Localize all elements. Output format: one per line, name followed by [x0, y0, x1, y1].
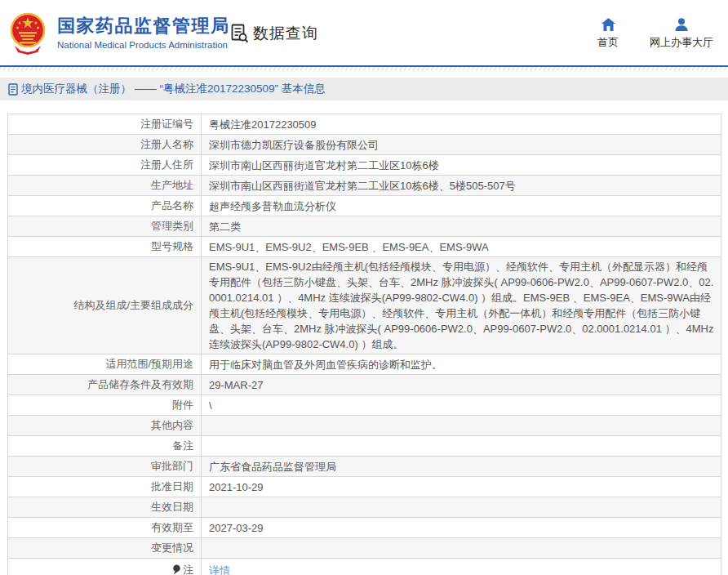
- row-value: 29-MAR-27: [202, 375, 721, 395]
- row-value: 超声经颅多普勒血流分析仪: [202, 196, 721, 216]
- nav-online-service-hall[interactable]: 网上办事大厅: [650, 18, 713, 50]
- row-value: 详情: [202, 559, 721, 575]
- row-value: 粤械注准20172230509: [202, 114, 721, 135]
- breadcrumb-text: 境内医疗器械（注册） —— “粤械注准20172230509” 基本信息: [21, 82, 326, 96]
- row-value: [202, 436, 721, 457]
- row-label: 注册证编号: [8, 114, 202, 135]
- org-name-en: National Medical Products Administration: [57, 40, 230, 50]
- table-row: 有效期至2027-03-29: [8, 518, 721, 538]
- row-value: \: [202, 395, 721, 416]
- site-header: 国家药品监督管理局 National Medical Products Admi…: [0, 0, 728, 67]
- row-label: 产品储存条件及有效期: [8, 375, 202, 395]
- row-label: 注册人名称: [8, 135, 202, 155]
- nav-online-service-hall-label: 网上办事大厅: [650, 35, 713, 50]
- row-value: 2027-03-29: [202, 518, 721, 538]
- document-icon: [8, 83, 18, 96]
- header-hatch-strip: [0, 67, 728, 71]
- site-title-block: 国家药品监督管理局 National Medical Products Admi…: [57, 16, 230, 50]
- data-query-label: 数据查询: [253, 23, 318, 44]
- row-value: [202, 416, 721, 436]
- table-row: 注详情: [8, 559, 721, 575]
- detail-link[interactable]: 详情: [209, 564, 230, 575]
- page: 国家药品监督管理局 National Medical Products Admi…: [0, 0, 728, 575]
- table-row: 注册人名称深圳市德力凯医疗设备股份有限公司: [8, 135, 721, 155]
- search-document-icon: [231, 24, 249, 43]
- row-label: 管理类别: [8, 216, 202, 237]
- nav-home-label: 首页: [597, 35, 619, 50]
- table-row: 其他内容: [8, 416, 721, 436]
- row-label: 备注: [8, 436, 202, 457]
- row-value: 用于临床对脑血管及外周血管疾病的诊断和监护。: [202, 354, 721, 375]
- table-row: 注册证编号粤械注准20172230509: [8, 114, 721, 135]
- note-icon: [172, 564, 181, 575]
- row-label: 结构及组成/主要组成成分: [8, 257, 202, 354]
- table-row: 批准日期2021-10-29: [8, 477, 721, 497]
- nav-home[interactable]: 首页: [597, 18, 619, 50]
- table-row: 型号规格EMS-9U1、EMS-9U2、EMS-9EB 、EMS-9EA、EMS…: [8, 237, 721, 257]
- row-label: 审批部门: [8, 457, 202, 477]
- row-value: 深圳市南山区西丽街道官龙村第二工业区10栋6楼: [202, 155, 721, 176]
- national-emblem-logo: [10, 10, 46, 56]
- row-value: 深圳市南山区西丽街道官龙村第二工业区10栋6楼、5楼505-507号: [202, 176, 721, 196]
- row-value: 广东省食品药品监督管理局: [202, 457, 721, 477]
- row-label: 生产地址: [8, 176, 202, 196]
- org-name-cn: 国家药品监督管理局: [57, 16, 230, 37]
- row-value: 2021-10-29: [202, 477, 721, 497]
- row-label: 适用范围/预期用途: [8, 354, 202, 375]
- table-row: 生效日期: [8, 497, 721, 518]
- table-row: 备注: [8, 436, 721, 457]
- table-row: 注册人住所深圳市南山区西丽街道官龙村第二工业区10栋6楼: [8, 155, 721, 176]
- table-row: 结构及组成/主要组成成分EMS-9U1、EMS-9U2由经颅主机(包括经颅模块、…: [8, 257, 721, 354]
- row-label: 有效期至: [8, 518, 202, 538]
- table-row: 附件\: [8, 395, 721, 416]
- table-row: 生产地址深圳市南山区西丽街道官龙村第二工业区10栋6楼、5楼505-507号: [8, 176, 721, 196]
- home-icon: [601, 18, 615, 31]
- row-label: 型号规格: [8, 237, 202, 257]
- row-value: 深圳市德力凯医疗设备股份有限公司: [202, 135, 721, 155]
- row-label: 产品名称: [8, 196, 202, 216]
- row-value: [202, 538, 721, 559]
- row-value: EMS-9U1、EMS-9U2、EMS-9EB 、EMS-9EA、EMS-9WA: [202, 237, 721, 257]
- table-row: 审批部门广东省食品药品监督管理局: [8, 457, 721, 477]
- table-row: 适用范围/预期用途用于临床对脑血管及外周血管疾病的诊断和监护。: [8, 354, 721, 375]
- row-label: 其他内容: [8, 416, 202, 436]
- data-query-tab[interactable]: 数据查询: [231, 23, 318, 44]
- table-row: 变更情况: [8, 538, 721, 559]
- registration-info-table: 注册证编号粤械注准20172230509注册人名称深圳市德力凯医疗设备股份有限公…: [7, 114, 721, 575]
- row-value: [202, 497, 721, 518]
- person-icon: [675, 18, 688, 31]
- row-value: EMS-9U1、EMS-9U2由经颅主机(包括经颅模块、专用电源）、经颅软件、专…: [202, 257, 721, 354]
- row-label: 批准日期: [8, 477, 202, 497]
- row-label: 变更情况: [8, 538, 202, 559]
- table-row: 产品名称超声经颅多普勒血流分析仪: [8, 196, 721, 216]
- row-label: 生效日期: [8, 497, 202, 518]
- site-logo[interactable]: 国家药品监督管理局 National Medical Products Admi…: [10, 10, 230, 56]
- breadcrumb: 境内医疗器械（注册） —— “粤械注准20172230509” 基本信息: [0, 78, 728, 100]
- row-label: 注册人住所: [8, 155, 202, 176]
- top-nav: 首页 网上办事大厅: [597, 18, 713, 50]
- table-row: 产品储存条件及有效期29-MAR-27: [8, 375, 721, 395]
- row-label: 注: [8, 559, 202, 575]
- row-value: 第二类: [202, 216, 721, 237]
- table-row: 管理类别第二类: [8, 216, 721, 237]
- row-label: 附件: [8, 395, 202, 416]
- info-table-body: 注册证编号粤械注准20172230509注册人名称深圳市德力凯医疗设备股份有限公…: [8, 114, 721, 575]
